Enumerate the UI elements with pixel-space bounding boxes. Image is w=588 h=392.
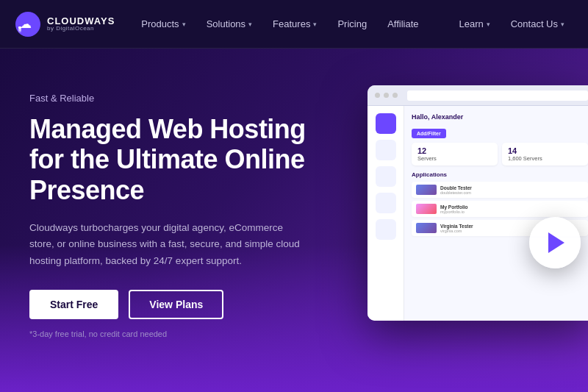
hero-section: Fast & Reliable Managed Web Hosting for … (0, 49, 588, 392)
nav-right: Learn ▾ Contact Us ▾ (450, 13, 573, 35)
stat-servers-label: Servers (417, 155, 492, 162)
play-video-button[interactable] (529, 217, 581, 268)
dashboard-deploy-button[interactable]: Add/Filter (412, 129, 446, 138)
svg-text:☁: ☁ (20, 18, 32, 30)
dashboard-body: Hallo, Alexander Add/Filter 12 Servers 1… (368, 106, 588, 321)
nav-contact[interactable]: Contact Us ▾ (502, 13, 573, 35)
app-item-2: My Portfolio myportfolio.io (412, 201, 588, 217)
app-name-1: Double Tester (440, 185, 584, 190)
app-thumbnail-3 (416, 223, 437, 233)
stat-apps: 14 1,600 Servers (502, 143, 588, 165)
browser-dot-2 (384, 93, 389, 98)
sidebar-item-4 (376, 219, 396, 240)
sidebar-item-2 (376, 166, 396, 187)
app-thumbnail-1 (416, 185, 437, 195)
app-url-2: myportfolio.io (440, 210, 584, 214)
svg-rect-3 (18, 29, 21, 31)
stat-apps-value: 14 (508, 146, 582, 155)
navbar: ☁ CLOUDWAYS by DigitalOcean Products ▾ S… (0, 0, 588, 49)
logo[interactable]: ☁ CLOUDWAYS by DigitalOcean (15, 11, 115, 38)
applications-title: Applications (412, 171, 588, 178)
chevron-down-icon: ▾ (182, 21, 186, 28)
stat-apps-label: 1,600 Servers (508, 155, 582, 162)
dashboard-sidebar (368, 106, 404, 321)
sidebar-item-active (376, 113, 396, 134)
nav-links: Products ▾ Solutions ▾ Features ▾ Pricin… (132, 13, 450, 35)
app-info-2: My Portfolio myportfolio.io (440, 204, 584, 214)
dashboard-stats: 12 Servers 14 1,600 Servers (412, 143, 588, 165)
svg-rect-4 (18, 31, 21, 32)
hero-buttons: Start Free View Plans (29, 290, 338, 319)
hero-subtitle: Fast & Reliable (29, 93, 338, 104)
stat-servers: 12 Servers (412, 143, 498, 165)
nav-solutions[interactable]: Solutions ▾ (198, 13, 261, 35)
stat-servers-value: 12 (417, 146, 492, 155)
chevron-down-icon: ▾ (313, 21, 317, 28)
start-free-button[interactable]: Start Free (29, 290, 118, 319)
logo-icon: ☁ (15, 11, 41, 38)
sidebar-item-1 (376, 140, 396, 160)
browser-dot-1 (375, 93, 380, 98)
nav-features[interactable]: Features ▾ (264, 13, 326, 35)
app-thumbnail-2 (416, 204, 437, 214)
hero-visual: Hallo, Alexander Add/Filter 12 Servers 1… (353, 93, 559, 392)
logo-text: CLOUDWAYS by DigitalOcean (47, 16, 115, 32)
nav-pricing[interactable]: Pricing (329, 13, 376, 35)
sidebar-item-3 (376, 193, 396, 213)
hero-description: Cloudways turbocharges your digital agen… (29, 220, 309, 269)
hero-title: Managed Web Hosting for the Ultimate Onl… (29, 114, 338, 205)
hero-trial-note: *3-day free trial, no credit card needed (29, 329, 338, 338)
nav-products[interactable]: Products ▾ (132, 13, 194, 35)
nav-affiliate[interactable]: Affiliate (379, 13, 427, 35)
play-icon (548, 232, 564, 253)
browser-url-bar (407, 90, 588, 101)
app-url-1: doubletester.com (440, 190, 584, 195)
chevron-down-icon: ▾ (487, 21, 490, 28)
browser-dot-3 (392, 93, 398, 98)
dashboard-preview: Hallo, Alexander Add/Filter 12 Servers 1… (368, 85, 588, 321)
nav-learn[interactable]: Learn ▾ (450, 13, 498, 35)
chevron-down-icon: ▾ (248, 21, 252, 28)
app-item-1: Double Tester doubletester.com (412, 182, 588, 198)
dashboard-greeting: Hallo, Alexander (412, 113, 588, 121)
dashboard-main: Hallo, Alexander Add/Filter 12 Servers 1… (404, 106, 588, 321)
browser-bar (368, 85, 588, 106)
logo-brand-sub: by DigitalOcean (47, 26, 115, 32)
view-plans-button[interactable]: View Plans (129, 290, 223, 319)
app-name-2: My Portfolio (440, 204, 584, 210)
app-info-1: Double Tester doubletester.com (440, 185, 584, 195)
hero-content: Fast & Reliable Managed Web Hosting for … (29, 93, 353, 338)
chevron-down-icon: ▾ (561, 21, 564, 28)
svg-rect-2 (18, 26, 21, 29)
